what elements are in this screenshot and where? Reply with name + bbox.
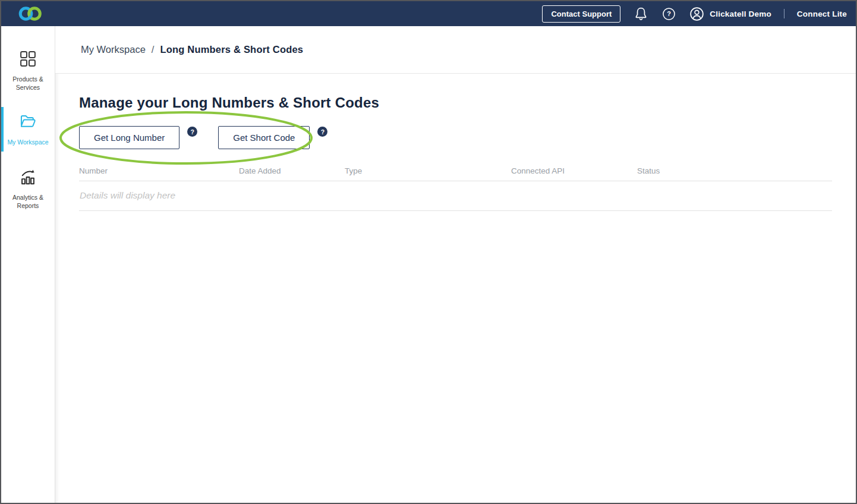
column-header-number: Number	[79, 166, 239, 175]
contact-support-button[interactable]: Contact Support	[542, 5, 620, 23]
user-avatar-icon	[689, 6, 705, 22]
action-buttons-row: Get Long Number ? Get Short Code ?	[79, 126, 832, 149]
breadcrumb-parent-link[interactable]: My Workspace	[81, 44, 146, 55]
sidebar-item-products-services[interactable]: Products & Services	[1, 44, 55, 96]
bar-chart-icon	[18, 167, 38, 190]
get-short-code-button[interactable]: Get Short Code	[218, 126, 310, 149]
svg-text:?: ?	[667, 10, 671, 17]
app-window: Contact Support ?	[0, 0, 857, 504]
column-header-connected-api: Connected API	[511, 166, 637, 175]
folder-icon	[18, 112, 38, 134]
table-empty-state: Details will display here	[79, 181, 832, 211]
short-code-help-icon[interactable]: ?	[317, 127, 327, 137]
sidebar-item-label: My Workspace	[7, 138, 49, 147]
sidebar-item-analytics-reports[interactable]: Analytics & Reports	[1, 162, 55, 215]
grid-icon	[18, 49, 38, 71]
breadcrumb-separator: /	[152, 44, 155, 55]
get-long-number-button[interactable]: Get Long Number	[79, 126, 179, 149]
long-number-help-icon[interactable]: ?	[187, 127, 197, 137]
notifications-bell-icon[interactable]	[633, 6, 649, 22]
sidebar-item-label: Analytics & Reports	[7, 194, 49, 210]
account-menu[interactable]: Clickatell Demo	[689, 6, 771, 22]
column-header-type: Type	[345, 166, 511, 175]
sidebar-item-my-workspace[interactable]: My Workspace	[1, 107, 55, 152]
breadcrumb-current: Long Numbers & Short Codes	[160, 44, 303, 55]
clickatell-logo-icon[interactable]	[17, 5, 44, 23]
product-name-label: Connect Lite	[797, 10, 847, 18]
column-header-status: Status	[637, 166, 832, 175]
table-header-row: Number Date Added Type Connected API Sta…	[79, 166, 832, 181]
topbar-divider	[784, 9, 784, 18]
breadcrumb: My Workspace / Long Numbers & Short Code…	[55, 26, 856, 74]
main-area: My Workspace / Long Numbers & Short Code…	[55, 26, 856, 504]
help-icon[interactable]: ?	[661, 7, 676, 21]
column-header-date-added: Date Added	[239, 166, 345, 175]
sidebar-nav: Products & Services My Workspace	[1, 26, 55, 504]
topbar-actions: Contact Support ?	[542, 5, 847, 23]
sidebar-item-label: Products & Services	[7, 75, 49, 92]
top-navbar: Contact Support ?	[1, 1, 856, 26]
page-content: Manage your Long Numbers & Short Codes G…	[55, 74, 856, 504]
account-name-label: Clickatell Demo	[710, 10, 771, 18]
page-title: Manage your Long Numbers & Short Codes	[79, 94, 832, 111]
numbers-table: Number Date Added Type Connected API Sta…	[79, 166, 832, 211]
